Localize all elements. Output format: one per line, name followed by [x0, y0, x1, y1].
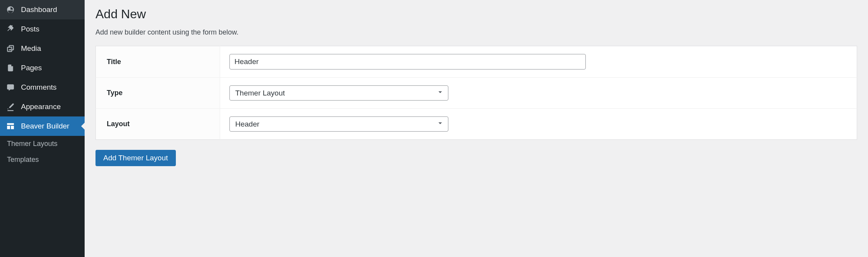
add-themer-layout-button[interactable]: Add Themer Layout — [95, 150, 176, 166]
title-field-cell — [220, 46, 857, 78]
sidebar-item-label: Pages — [21, 64, 42, 72]
type-label: Type — [96, 78, 220, 109]
form-row-type: Type Themer Layout — [96, 78, 857, 109]
form-row-title: Title — [96, 46, 857, 78]
sidebar-sub-templates[interactable]: Templates — [0, 152, 85, 168]
type-select[interactable]: Themer Layout — [229, 85, 448, 101]
builder-icon — [5, 121, 16, 131]
sidebar-item-posts[interactable]: Posts — [0, 19, 85, 39]
page-title: Add New — [95, 7, 857, 21]
layout-label: Layout — [96, 109, 220, 140]
sidebar-item-label: Appearance — [21, 102, 61, 111]
pin-icon — [5, 24, 16, 34]
title-label: Title — [96, 46, 220, 78]
layout-field-cell: Header — [220, 109, 857, 140]
page-icon — [5, 63, 16, 73]
comment-icon — [5, 82, 16, 92]
form-row-layout: Layout Header — [96, 109, 857, 140]
admin-sidebar: Dashboard Posts Media Pages Comments App… — [0, 0, 85, 257]
media-icon — [5, 43, 16, 54]
sidebar-sub-label: Templates — [7, 156, 39, 163]
sidebar-item-label: Comments — [21, 83, 57, 92]
form-table: Title Type Themer Layout Layout — [95, 46, 857, 140]
main-content: Add New Add new builder content using th… — [85, 0, 868, 257]
sidebar-item-label: Dashboard — [21, 5, 57, 14]
page-description: Add new builder content using the form b… — [95, 28, 857, 36]
sidebar-item-label: Beaver Builder — [21, 122, 69, 130]
sidebar-item-label: Posts — [21, 25, 40, 33]
sidebar-item-label: Media — [21, 44, 41, 53]
sidebar-item-appearance[interactable]: Appearance — [0, 97, 85, 116]
dashboard-icon — [5, 5, 16, 15]
brush-icon — [5, 102, 16, 112]
type-field-cell: Themer Layout — [220, 78, 857, 109]
sidebar-item-comments[interactable]: Comments — [0, 78, 85, 97]
sidebar-item-media[interactable]: Media — [0, 39, 85, 58]
sidebar-sub-themer-layouts[interactable]: Themer Layouts — [0, 136, 85, 152]
type-select-wrap: Themer Layout — [229, 85, 448, 101]
sidebar-item-beaver-builder[interactable]: Beaver Builder — [0, 116, 85, 136]
layout-select-wrap: Header — [229, 116, 448, 132]
sidebar-item-dashboard[interactable]: Dashboard — [0, 0, 85, 19]
sidebar-item-pages[interactable]: Pages — [0, 58, 85, 78]
layout-select[interactable]: Header — [229, 116, 448, 132]
title-input[interactable] — [229, 54, 586, 69]
sidebar-sub-label: Themer Layouts — [7, 140, 57, 148]
